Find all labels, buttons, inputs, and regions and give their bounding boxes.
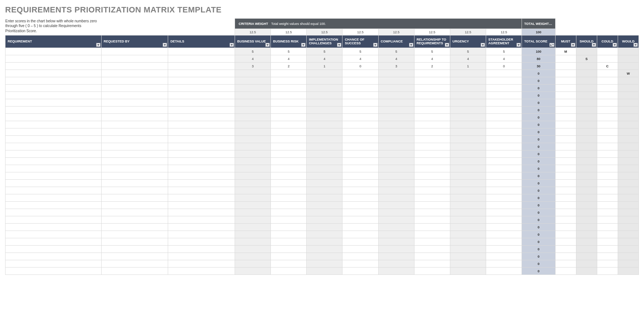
- col-details[interactable]: DETAILS: [168, 36, 235, 48]
- score-cell[interactable]: [378, 231, 414, 238]
- score-cell[interactable]: [342, 92, 378, 99]
- score-cell[interactable]: [307, 260, 342, 268]
- details-cell[interactable]: [168, 92, 235, 99]
- would-cell[interactable]: [618, 246, 639, 253]
- requested-by-cell[interactable]: [101, 121, 168, 128]
- could-cell[interactable]: [597, 128, 618, 136]
- score-cell[interactable]: [342, 180, 378, 187]
- score-cell[interactable]: [307, 92, 342, 99]
- score-cell[interactable]: [271, 172, 307, 180]
- score-cell[interactable]: [378, 209, 414, 216]
- score-cell[interactable]: [450, 114, 486, 121]
- details-cell[interactable]: [168, 99, 235, 107]
- col-compliance[interactable]: COMPLIANCE: [378, 36, 414, 48]
- score-cell[interactable]: [414, 92, 450, 99]
- score-cell[interactable]: [486, 114, 522, 121]
- filter-dropdown-icon[interactable]: [96, 43, 101, 47]
- score-cell[interactable]: [414, 136, 450, 143]
- requirement-cell[interactable]: [5, 77, 102, 85]
- filter-dropdown-icon[interactable]: [481, 43, 485, 47]
- score-cell[interactable]: [342, 85, 378, 92]
- must-cell[interactable]: [555, 165, 576, 172]
- filter-dropdown-icon[interactable]: [373, 43, 378, 47]
- details-cell[interactable]: [168, 150, 235, 158]
- requested-by-cell[interactable]: [101, 55, 168, 63]
- would-cell[interactable]: [618, 55, 639, 63]
- col-total-score[interactable]: TOTAL SCORE A: [522, 36, 555, 48]
- score-cell[interactable]: [342, 231, 378, 238]
- should-cell[interactable]: [576, 143, 597, 150]
- weight-cell[interactable]: 12.5: [342, 29, 378, 36]
- score-cell[interactable]: [414, 143, 450, 150]
- would-cell[interactable]: [618, 260, 639, 268]
- should-cell[interactable]: S: [576, 55, 597, 63]
- requested-by-cell[interactable]: [101, 202, 168, 209]
- requested-by-cell[interactable]: [101, 107, 168, 114]
- could-cell[interactable]: [597, 187, 618, 194]
- details-cell[interactable]: [168, 77, 235, 85]
- score-cell[interactable]: [307, 85, 342, 92]
- would-cell[interactable]: [618, 187, 639, 194]
- weight-cell[interactable]: 12.5: [414, 29, 450, 36]
- would-cell[interactable]: [618, 268, 639, 275]
- score-cell[interactable]: [450, 187, 486, 194]
- would-cell[interactable]: [618, 128, 639, 136]
- requirement-cell[interactable]: [5, 260, 102, 268]
- details-cell[interactable]: [168, 121, 235, 128]
- must-cell[interactable]: [555, 128, 576, 136]
- score-cell[interactable]: [450, 224, 486, 231]
- details-cell[interactable]: [168, 172, 235, 180]
- score-cell[interactable]: [235, 209, 270, 216]
- col-chance-of-success[interactable]: CHANCE OF SUCCESS: [342, 36, 378, 48]
- requirement-cell[interactable]: [5, 63, 102, 70]
- score-cell[interactable]: [271, 224, 307, 231]
- score-cell[interactable]: [378, 136, 414, 143]
- requirement-cell[interactable]: [5, 70, 102, 77]
- requirement-cell[interactable]: [5, 246, 102, 253]
- score-cell[interactable]: [486, 253, 522, 260]
- requested-by-cell[interactable]: [101, 268, 168, 275]
- must-cell[interactable]: [555, 231, 576, 238]
- should-cell[interactable]: [576, 246, 597, 253]
- score-cell[interactable]: [271, 165, 307, 172]
- must-cell[interactable]: [555, 63, 576, 70]
- score-cell[interactable]: [271, 231, 307, 238]
- score-cell[interactable]: [235, 238, 270, 246]
- score-cell[interactable]: [486, 107, 522, 114]
- score-cell[interactable]: [414, 107, 450, 114]
- should-cell[interactable]: [576, 158, 597, 165]
- details-cell[interactable]: [168, 202, 235, 209]
- should-cell[interactable]: [576, 70, 597, 77]
- should-cell[interactable]: [576, 107, 597, 114]
- score-cell[interactable]: [271, 246, 307, 253]
- score-cell[interactable]: [235, 114, 270, 121]
- must-cell[interactable]: [555, 150, 576, 158]
- could-cell[interactable]: [597, 77, 618, 85]
- col-business-value[interactable]: BUSINESS VALUE: [235, 36, 270, 48]
- should-cell[interactable]: [576, 63, 597, 70]
- score-cell[interactable]: [486, 194, 522, 202]
- score-cell[interactable]: [486, 77, 522, 85]
- score-cell[interactable]: [307, 194, 342, 202]
- could-cell[interactable]: [597, 268, 618, 275]
- score-cell[interactable]: [450, 77, 486, 85]
- could-cell[interactable]: [597, 216, 618, 224]
- requested-by-cell[interactable]: [101, 85, 168, 92]
- should-cell[interactable]: [576, 253, 597, 260]
- score-cell[interactable]: [378, 224, 414, 231]
- score-cell[interactable]: [378, 114, 414, 121]
- should-cell[interactable]: [576, 216, 597, 224]
- would-cell[interactable]: [618, 63, 639, 70]
- score-cell[interactable]: [307, 107, 342, 114]
- score-cell[interactable]: [271, 209, 307, 216]
- score-cell[interactable]: [378, 92, 414, 99]
- could-cell[interactable]: [597, 99, 618, 107]
- score-cell[interactable]: [342, 209, 378, 216]
- could-cell[interactable]: C: [597, 63, 618, 70]
- score-cell[interactable]: [414, 158, 450, 165]
- could-cell[interactable]: [597, 70, 618, 77]
- score-cell[interactable]: [342, 260, 378, 268]
- should-cell[interactable]: [576, 180, 597, 187]
- score-cell[interactable]: [450, 158, 486, 165]
- would-cell[interactable]: [618, 209, 639, 216]
